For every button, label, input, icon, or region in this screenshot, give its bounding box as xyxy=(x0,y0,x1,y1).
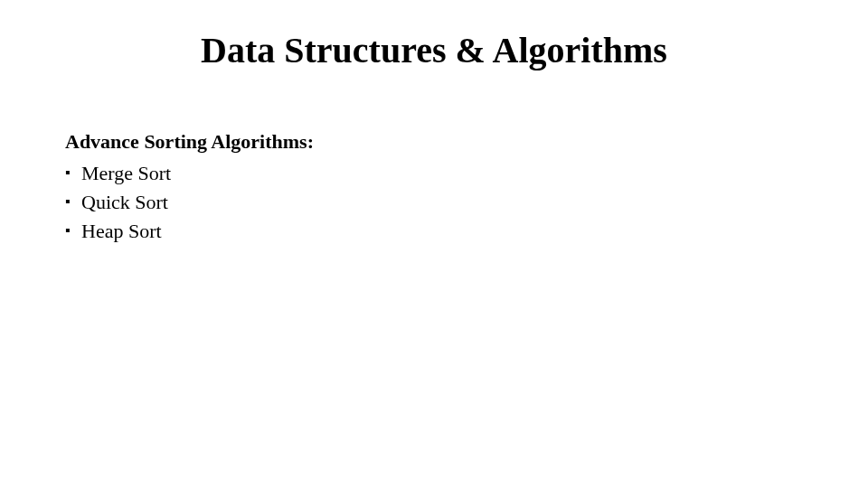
subheading: Advance Sorting Algorithms: xyxy=(65,130,807,154)
list-item: Merge Sort xyxy=(65,159,807,188)
list-item: Heap Sort xyxy=(65,217,807,246)
list-item: Quick Sort xyxy=(65,188,807,217)
bullet-list: Merge Sort Quick Sort Heap Sort xyxy=(65,159,807,246)
slide: Data Structures & Algorithms Advance Sor… xyxy=(0,0,868,488)
slide-body: Advance Sorting Algorithms: Merge Sort Q… xyxy=(65,130,807,246)
slide-title: Data Structures & Algorithms xyxy=(0,29,868,71)
